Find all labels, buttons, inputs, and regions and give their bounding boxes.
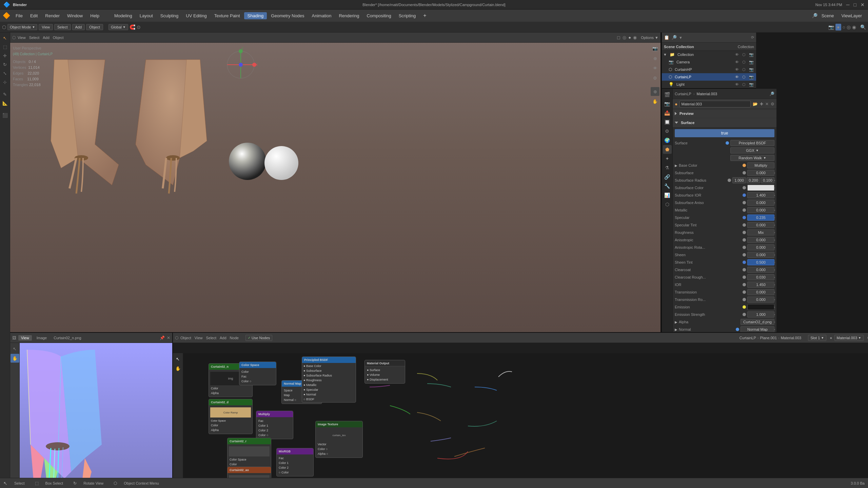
subsurface-method-input[interactable]: Random Walk ▼ — [730, 155, 774, 161]
outliner-item-camera[interactable]: 📷 Camera 👁 ⬡ 📷 — [662, 58, 756, 66]
base-color-value[interactable]: Multiply — [747, 162, 774, 168]
prop-render-icon[interactable]: 📷 — [663, 99, 672, 108]
img-select-tool[interactable]: ↖ — [11, 344, 19, 353]
ior-value[interactable]: 1.450 — [747, 282, 774, 288]
viewport-shade1[interactable]: ● — [835, 24, 841, 30]
material-new-icon[interactable]: ✚ — [760, 102, 763, 106]
image-close-icon[interactable]: ✕ — [167, 336, 170, 340]
subsurface-value[interactable]: 0.000 — [747, 170, 774, 176]
viewport-shade2[interactable]: ○ — [843, 24, 845, 30]
node-view-btn[interactable]: View — [195, 336, 203, 340]
tab-modeling[interactable]: Modeling — [111, 12, 136, 19]
vp-view-btn[interactable]: View — [18, 36, 26, 40]
specular-value[interactable]: 0.235 — [747, 215, 774, 221]
subsurface-aniso-value[interactable]: 0.000 — [747, 200, 774, 206]
object-btn[interactable]: Object — [86, 24, 103, 30]
curtainhp-sel[interactable]: ⬡ — [742, 67, 746, 72]
node-add-btn[interactable]: Add — [220, 336, 226, 340]
prop-scene-icon[interactable]: 🎬 — [663, 90, 672, 99]
ne-hand-tool[interactable]: ✋ — [174, 364, 182, 373]
node-mix-rgb[interactable]: MixRGB Fac Color 1 Color 2 ○ Color — [276, 448, 314, 476]
rotate-tool[interactable]: ↻ — [1, 60, 9, 68]
menu-help[interactable]: Help — [87, 12, 103, 19]
node-texture-curtain02d[interactable]: Curtain02_d Color Ramp Color Space Color… — [209, 399, 253, 434]
prop-output-icon[interactable]: 📤 — [663, 108, 672, 117]
collection-eye-icon[interactable]: 👁 — [735, 53, 739, 57]
vp-shading-wire[interactable]: ◻ — [617, 35, 620, 40]
render-icon[interactable]: 📷 — [828, 24, 834, 30]
prop-material-icon[interactable]: ⬟ — [663, 145, 672, 154]
tab-geometry-nodes[interactable]: Geometry Nodes — [268, 12, 308, 19]
alpha-value[interactable]: CurtainO2_d.png — [741, 319, 774, 325]
base-color-arrow[interactable]: ▶ — [675, 164, 677, 167]
menu-file[interactable]: File — [12, 12, 26, 19]
vp-show-overlay[interactable]: 👁 — [651, 64, 659, 73]
node-texture-curtain02-ao[interactable]: Curtain02_ao Color Space Color — [227, 467, 271, 478]
vp-object-btn[interactable]: Object — [53, 36, 64, 40]
roughness-value[interactable]: Mix — [747, 229, 774, 236]
curtainhp-eye[interactable]: 👁 — [735, 67, 739, 72]
tab-texture-paint[interactable]: Texture Paint — [211, 12, 243, 19]
vp-gizmo-icon[interactable]: ⊕ — [651, 54, 659, 63]
collection-render-icon[interactable]: 📷 — [749, 53, 754, 57]
gizmo-toggle[interactable]: 🔍 — [860, 24, 866, 30]
prop-modifiers-icon[interactable]: 🔧 — [663, 182, 672, 190]
viewlayer-label[interactable]: ViewLayer — [838, 12, 865, 19]
node-obj-btn[interactable]: Object — [180, 336, 191, 340]
image-pin-icon[interactable]: 📌 — [160, 336, 165, 340]
vp-shading-rendered[interactable]: ◉ — [633, 35, 637, 40]
anisotropic-value[interactable]: 0.000 — [747, 237, 774, 243]
transform-tool[interactable]: ⊹ — [1, 78, 9, 86]
light-render[interactable]: 📷 — [749, 82, 754, 87]
material-settings-icon[interactable]: ⚙ — [771, 102, 774, 106]
vp-shading-lookdev[interactable]: ● — [628, 35, 631, 40]
image-viewer-tab-view[interactable]: View — [18, 335, 32, 341]
sheen-tint-value[interactable]: 0.500 — [747, 259, 774, 265]
tab-layout[interactable]: Layout — [136, 12, 156, 19]
prop-scene2-icon[interactable]: ⚙ — [663, 127, 672, 136]
outliner-item-light[interactable]: 💡 Light 👁 ⬡ 📷 — [662, 81, 756, 88]
vp-add-btn[interactable]: Add — [43, 36, 50, 40]
clearcoat-value[interactable]: 0.000 — [747, 267, 774, 273]
distribution-input[interactable]: GGX ▼ — [730, 147, 774, 154]
outliner-item-curtainlp[interactable]: ⬡ CurtainLP 👁 ⬡ 📷 — [662, 73, 756, 81]
node-material-output[interactable]: Material Output ● Surface ● Volume ● Dis… — [364, 360, 405, 384]
collection-select-icon[interactable]: ⬡ — [742, 53, 746, 57]
vp-show-gizmo[interactable]: ⚙ — [651, 74, 659, 82]
vp-pan[interactable]: ✋ — [651, 97, 659, 106]
scale-tool[interactable]: ⤡ — [1, 69, 9, 77]
view-btn[interactable]: View — [39, 24, 53, 30]
metallic-value[interactable]: 0.000 — [747, 207, 774, 213]
menu-edit[interactable]: Edit — [27, 12, 41, 19]
emission-strength-value[interactable]: 1.000 — [747, 311, 774, 318]
normal-arrow[interactable]: ▶ — [675, 328, 677, 331]
vp-options-btn[interactable]: Options ▼ — [641, 36, 658, 40]
add-workspace-btn[interactable]: + — [420, 12, 430, 20]
select-box-tool[interactable]: ⬚ — [1, 43, 9, 51]
curtainlp-render[interactable]: 📷 — [749, 75, 754, 79]
emission-swatch[interactable] — [747, 304, 774, 310]
viewport-shade4[interactable]: ◉ — [852, 24, 856, 30]
node-mix-1[interactable]: Color Space Color Fac Color ○ — [239, 362, 276, 385]
alpha-arrow[interactable]: ▶ — [675, 320, 677, 324]
minimize-button[interactable]: ─ — [846, 2, 850, 7]
transmission-value[interactable]: 0.000 — [747, 289, 774, 295]
subsurface-color-swatch[interactable] — [747, 185, 774, 191]
sheen-value[interactable]: 0.000 — [747, 252, 774, 258]
tab-sculpting[interactable]: Sculpting — [157, 12, 182, 19]
prop-constraints-icon[interactable]: 🔗 — [663, 172, 672, 181]
props-search-icon[interactable]: 🔎 — [769, 92, 774, 96]
select-btn[interactable]: Select — [54, 24, 71, 30]
prop-object-icon[interactable]: ⬡ — [663, 200, 672, 209]
specular-tint-value[interactable]: 0.000 — [747, 222, 774, 228]
menu-render[interactable]: Render — [42, 12, 63, 19]
subsurface-radius-g[interactable]: 0.200 — [747, 177, 760, 183]
material-delete-icon[interactable]: ✕ — [765, 102, 769, 106]
anisotropic-rota-value[interactable]: 0.000 — [747, 244, 774, 250]
measure-tool[interactable]: 📐 — [1, 99, 9, 107]
move-tool[interactable]: ✛ — [1, 52, 9, 60]
vp-zoom-in[interactable]: ⊕ — [651, 87, 659, 96]
normal-value[interactable]: Normal Map — [741, 326, 774, 332]
tab-scripting[interactable]: Scripting — [395, 12, 419, 19]
sync-icon[interactable]: ⟳ — [751, 35, 754, 40]
